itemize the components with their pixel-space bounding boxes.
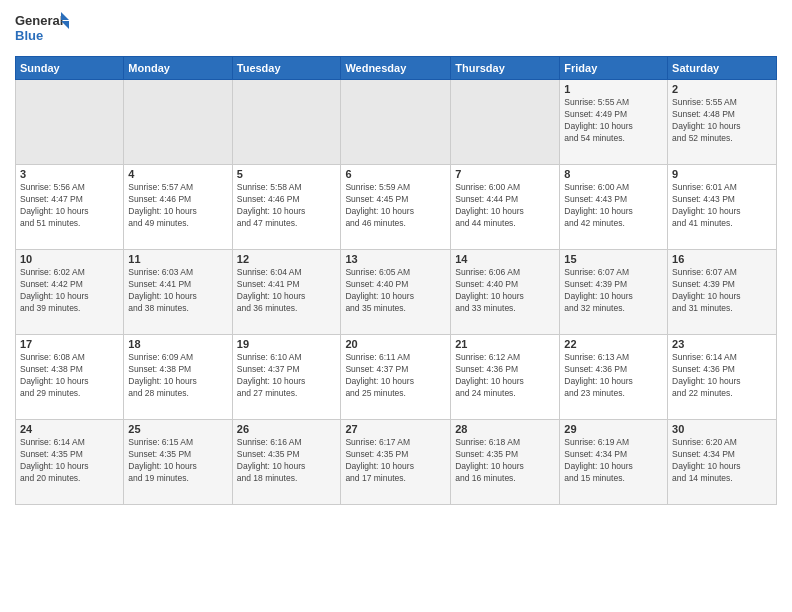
day-info: Sunrise: 6:04 AM Sunset: 4:41 PM Dayligh…: [237, 267, 337, 315]
calendar-week-row: 24Sunrise: 6:14 AM Sunset: 4:35 PM Dayli…: [16, 420, 777, 505]
weekday-header: Saturday: [668, 57, 777, 80]
weekday-header: Wednesday: [341, 57, 451, 80]
day-number: 20: [345, 338, 446, 350]
day-info: Sunrise: 6:11 AM Sunset: 4:37 PM Dayligh…: [345, 352, 446, 400]
day-number: 13: [345, 253, 446, 265]
weekday-header: Tuesday: [232, 57, 341, 80]
day-number: 4: [128, 168, 227, 180]
day-number: 18: [128, 338, 227, 350]
weekday-header: Sunday: [16, 57, 124, 80]
calendar-cell: 8Sunrise: 6:00 AM Sunset: 4:43 PM Daylig…: [560, 165, 668, 250]
day-number: 26: [237, 423, 337, 435]
day-info: Sunrise: 6:18 AM Sunset: 4:35 PM Dayligh…: [455, 437, 555, 485]
day-number: 9: [672, 168, 772, 180]
day-info: Sunrise: 6:08 AM Sunset: 4:38 PM Dayligh…: [20, 352, 119, 400]
day-info: Sunrise: 6:10 AM Sunset: 4:37 PM Dayligh…: [237, 352, 337, 400]
day-info: Sunrise: 5:57 AM Sunset: 4:46 PM Dayligh…: [128, 182, 227, 230]
calendar-cell: 9Sunrise: 6:01 AM Sunset: 4:43 PM Daylig…: [668, 165, 777, 250]
day-number: 28: [455, 423, 555, 435]
calendar-cell: 16Sunrise: 6:07 AM Sunset: 4:39 PM Dayli…: [668, 250, 777, 335]
day-info: Sunrise: 6:00 AM Sunset: 4:44 PM Dayligh…: [455, 182, 555, 230]
day-number: 2: [672, 83, 772, 95]
calendar-cell: 23Sunrise: 6:14 AM Sunset: 4:36 PM Dayli…: [668, 335, 777, 420]
weekday-row: SundayMondayTuesdayWednesdayThursdayFrid…: [16, 57, 777, 80]
day-number: 11: [128, 253, 227, 265]
day-info: Sunrise: 5:59 AM Sunset: 4:45 PM Dayligh…: [345, 182, 446, 230]
weekday-header: Thursday: [451, 57, 560, 80]
day-number: 5: [237, 168, 337, 180]
day-info: Sunrise: 6:03 AM Sunset: 4:41 PM Dayligh…: [128, 267, 227, 315]
logo: General Blue: [15, 10, 70, 48]
day-info: Sunrise: 6:14 AM Sunset: 4:35 PM Dayligh…: [20, 437, 119, 485]
calendar-cell: 4Sunrise: 5:57 AM Sunset: 4:46 PM Daylig…: [124, 165, 232, 250]
day-number: 15: [564, 253, 663, 265]
day-info: Sunrise: 6:15 AM Sunset: 4:35 PM Dayligh…: [128, 437, 227, 485]
day-info: Sunrise: 5:55 AM Sunset: 4:49 PM Dayligh…: [564, 97, 663, 145]
day-info: Sunrise: 5:55 AM Sunset: 4:48 PM Dayligh…: [672, 97, 772, 145]
day-number: 25: [128, 423, 227, 435]
day-info: Sunrise: 6:17 AM Sunset: 4:35 PM Dayligh…: [345, 437, 446, 485]
day-info: Sunrise: 6:02 AM Sunset: 4:42 PM Dayligh…: [20, 267, 119, 315]
day-info: Sunrise: 5:56 AM Sunset: 4:47 PM Dayligh…: [20, 182, 119, 230]
calendar-cell: 30Sunrise: 6:20 AM Sunset: 4:34 PM Dayli…: [668, 420, 777, 505]
calendar-week-row: 10Sunrise: 6:02 AM Sunset: 4:42 PM Dayli…: [16, 250, 777, 335]
day-number: 6: [345, 168, 446, 180]
day-number: 27: [345, 423, 446, 435]
calendar-cell: 26Sunrise: 6:16 AM Sunset: 4:35 PM Dayli…: [232, 420, 341, 505]
calendar-week-row: 17Sunrise: 6:08 AM Sunset: 4:38 PM Dayli…: [16, 335, 777, 420]
day-info: Sunrise: 5:58 AM Sunset: 4:46 PM Dayligh…: [237, 182, 337, 230]
calendar-cell: 11Sunrise: 6:03 AM Sunset: 4:41 PM Dayli…: [124, 250, 232, 335]
calendar-cell: 25Sunrise: 6:15 AM Sunset: 4:35 PM Dayli…: [124, 420, 232, 505]
day-info: Sunrise: 6:07 AM Sunset: 4:39 PM Dayligh…: [672, 267, 772, 315]
day-number: 21: [455, 338, 555, 350]
day-number: 14: [455, 253, 555, 265]
day-number: 8: [564, 168, 663, 180]
day-info: Sunrise: 6:19 AM Sunset: 4:34 PM Dayligh…: [564, 437, 663, 485]
calendar-cell: 28Sunrise: 6:18 AM Sunset: 4:35 PM Dayli…: [451, 420, 560, 505]
calendar-cell: [16, 80, 124, 165]
calendar-page: General Blue SundayMondayTuesdayWednesda…: [0, 0, 792, 612]
calendar-cell: 2Sunrise: 5:55 AM Sunset: 4:48 PM Daylig…: [668, 80, 777, 165]
day-number: 24: [20, 423, 119, 435]
day-info: Sunrise: 6:06 AM Sunset: 4:40 PM Dayligh…: [455, 267, 555, 315]
day-number: 22: [564, 338, 663, 350]
day-number: 3: [20, 168, 119, 180]
calendar-cell: 27Sunrise: 6:17 AM Sunset: 4:35 PM Dayli…: [341, 420, 451, 505]
calendar-week-row: 3Sunrise: 5:56 AM Sunset: 4:47 PM Daylig…: [16, 165, 777, 250]
calendar-cell: [124, 80, 232, 165]
day-number: 12: [237, 253, 337, 265]
day-info: Sunrise: 6:05 AM Sunset: 4:40 PM Dayligh…: [345, 267, 446, 315]
svg-text:Blue: Blue: [15, 28, 43, 43]
day-info: Sunrise: 6:20 AM Sunset: 4:34 PM Dayligh…: [672, 437, 772, 485]
calendar-cell: 5Sunrise: 5:58 AM Sunset: 4:46 PM Daylig…: [232, 165, 341, 250]
calendar-cell: 6Sunrise: 5:59 AM Sunset: 4:45 PM Daylig…: [341, 165, 451, 250]
day-number: 17: [20, 338, 119, 350]
calendar-cell: 18Sunrise: 6:09 AM Sunset: 4:38 PM Dayli…: [124, 335, 232, 420]
calendar-cell: 20Sunrise: 6:11 AM Sunset: 4:37 PM Dayli…: [341, 335, 451, 420]
calendar-cell: 14Sunrise: 6:06 AM Sunset: 4:40 PM Dayli…: [451, 250, 560, 335]
day-number: 16: [672, 253, 772, 265]
calendar-cell: 24Sunrise: 6:14 AM Sunset: 4:35 PM Dayli…: [16, 420, 124, 505]
calendar-body: 1Sunrise: 5:55 AM Sunset: 4:49 PM Daylig…: [16, 80, 777, 505]
day-info: Sunrise: 6:01 AM Sunset: 4:43 PM Dayligh…: [672, 182, 772, 230]
day-number: 10: [20, 253, 119, 265]
calendar-cell: 12Sunrise: 6:04 AM Sunset: 4:41 PM Dayli…: [232, 250, 341, 335]
calendar-cell: [341, 80, 451, 165]
calendar-week-row: 1Sunrise: 5:55 AM Sunset: 4:49 PM Daylig…: [16, 80, 777, 165]
day-number: 19: [237, 338, 337, 350]
calendar-cell: 19Sunrise: 6:10 AM Sunset: 4:37 PM Dayli…: [232, 335, 341, 420]
weekday-header: Monday: [124, 57, 232, 80]
calendar-cell: 7Sunrise: 6:00 AM Sunset: 4:44 PM Daylig…: [451, 165, 560, 250]
calendar-cell: [232, 80, 341, 165]
calendar-cell: 3Sunrise: 5:56 AM Sunset: 4:47 PM Daylig…: [16, 165, 124, 250]
day-number: 7: [455, 168, 555, 180]
page-header: General Blue: [15, 10, 777, 48]
day-number: 30: [672, 423, 772, 435]
calendar-cell: 21Sunrise: 6:12 AM Sunset: 4:36 PM Dayli…: [451, 335, 560, 420]
day-info: Sunrise: 6:16 AM Sunset: 4:35 PM Dayligh…: [237, 437, 337, 485]
calendar-cell: 1Sunrise: 5:55 AM Sunset: 4:49 PM Daylig…: [560, 80, 668, 165]
day-info: Sunrise: 6:14 AM Sunset: 4:36 PM Dayligh…: [672, 352, 772, 400]
calendar-cell: 29Sunrise: 6:19 AM Sunset: 4:34 PM Dayli…: [560, 420, 668, 505]
calendar-cell: 10Sunrise: 6:02 AM Sunset: 4:42 PM Dayli…: [16, 250, 124, 335]
calendar-cell: 13Sunrise: 6:05 AM Sunset: 4:40 PM Dayli…: [341, 250, 451, 335]
